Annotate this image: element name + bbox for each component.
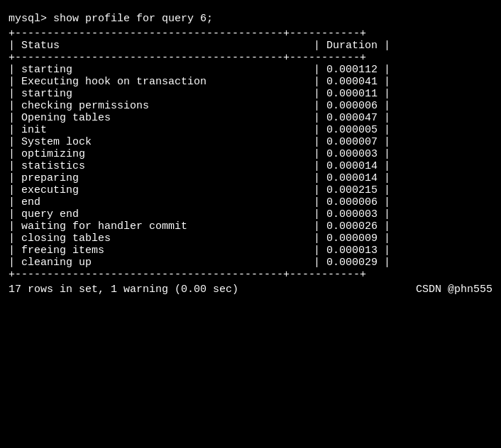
row-duration-3: | 0.000006 | (314, 100, 390, 112)
table-row: | starting | 0.000112 | (9, 64, 492, 76)
row-status-8: | statistics (9, 160, 314, 172)
row-status-2: | starting (9, 88, 314, 100)
row-status-0: | starting (9, 64, 314, 76)
table-row: | starting | 0.000011 | (9, 88, 492, 100)
row-duration-13: | 0.000026 | (314, 220, 390, 233)
table-row: | preparing | 0.000014 | (9, 172, 492, 184)
table-row: | statistics | 0.000014 | (9, 160, 492, 172)
table-row: | freeing items | 0.000013 | (9, 245, 492, 257)
header-status: | Status (9, 40, 314, 52)
row-status-5: | init (9, 124, 314, 136)
row-status-10: | executing (9, 184, 314, 196)
header-row: | Status | Duration | (9, 40, 492, 52)
table-row: | Opening tables | 0.000047 | (9, 112, 492, 124)
table-row: | waiting for handler commit | 0.000026 … (9, 220, 492, 233)
row-duration-11: | 0.000006 | (314, 196, 390, 208)
row-duration-4: | 0.000047 | (314, 112, 390, 124)
row-duration-14: | 0.000009 | (314, 233, 390, 245)
table-row: | System lock | 0.000007 | (9, 136, 492, 148)
row-duration-2: | 0.000011 | (314, 88, 390, 100)
row-status-11: | end (9, 196, 314, 208)
command-line: mysql> show profile for query 6; (9, 13, 492, 25)
table-body: | starting | 0.000112 || Executing hook … (9, 64, 492, 269)
row-duration-0: | 0.000112 | (314, 64, 390, 76)
table-row: | query end | 0.000003 | (9, 208, 492, 220)
row-status-15: | freeing items (9, 245, 314, 257)
row-duration-8: | 0.000014 | (314, 160, 390, 172)
table-row: | init | 0.000005 | (9, 124, 492, 136)
row-status-16: | cleaning up (9, 257, 314, 269)
row-status-3: | checking permissions (9, 100, 314, 112)
row-duration-12: | 0.000003 | (314, 208, 390, 220)
row-status-13: | waiting for handler commit (9, 220, 314, 233)
row-duration-7: | 0.000003 | (314, 148, 390, 160)
table-row: | end | 0.000006 | (9, 196, 492, 208)
separator-header: +---------------------------------------… (9, 52, 492, 64)
footer: 17 rows in set, 1 warning (0.00 sec) CSD… (9, 284, 492, 296)
row-duration-6: | 0.000007 | (314, 136, 390, 148)
separator-bottom: +---------------------------------------… (9, 269, 492, 281)
header-duration: | Duration | (314, 40, 390, 52)
separator-top: +---------------------------------------… (9, 28, 492, 40)
table-row: | executing | 0.000215 | (9, 184, 492, 196)
table-row: | cleaning up | 0.000029 | (9, 257, 492, 269)
footer-left: 17 rows in set, 1 warning (0.00 sec) (9, 284, 238, 296)
row-duration-16: | 0.000029 | (314, 257, 390, 269)
row-status-1: | Executing hook on transaction (9, 76, 314, 88)
row-status-7: | optimizing (9, 148, 314, 160)
row-status-6: | System lock (9, 136, 314, 148)
row-duration-10: | 0.000215 | (314, 184, 390, 196)
row-duration-9: | 0.000014 | (314, 172, 390, 184)
row-duration-15: | 0.000013 | (314, 245, 390, 257)
table-row: | optimizing | 0.000003 | (9, 148, 492, 160)
row-status-9: | preparing (9, 172, 314, 184)
table-row: | closing tables | 0.000009 | (9, 233, 492, 245)
table-row: | checking permissions | 0.000006 | (9, 100, 492, 112)
footer-right: CSDN @phn555 (416, 284, 492, 296)
row-duration-5: | 0.000005 | (314, 124, 390, 136)
row-status-4: | Opening tables (9, 112, 314, 124)
row-status-12: | query end (9, 208, 314, 220)
terminal-container: mysql> show profile for query 6; +------… (0, 7, 501, 301)
row-status-14: | closing tables (9, 233, 314, 245)
row-duration-1: | 0.000041 | (314, 76, 390, 88)
table-row: | Executing hook on transaction | 0.0000… (9, 76, 492, 88)
